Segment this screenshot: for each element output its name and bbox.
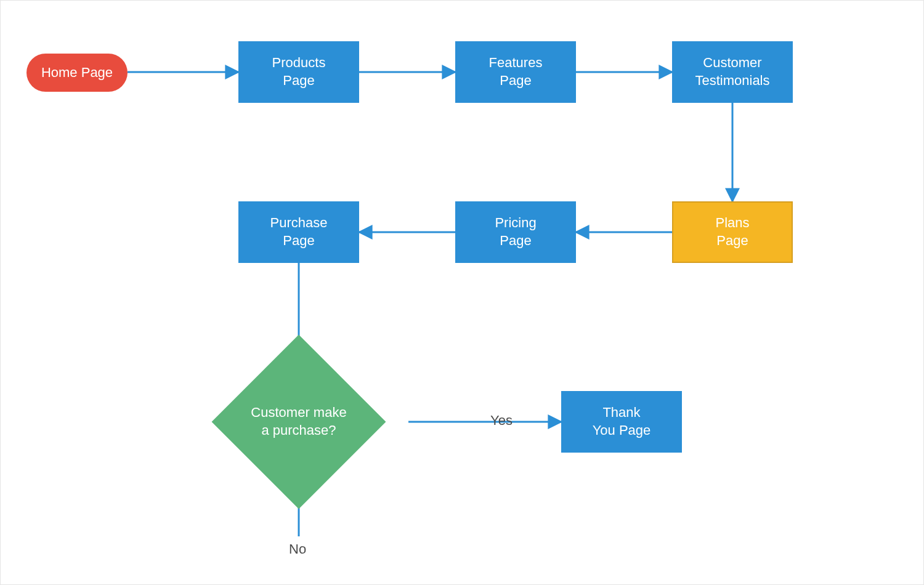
node-customer-testimonials: CustomerTestimonials (672, 41, 793, 103)
node-label: Home Page (41, 64, 113, 82)
node-label: ProductsPage (272, 54, 326, 89)
node-label: PurchasePage (270, 214, 328, 249)
node-thank-you-page: ThankYou Page (561, 391, 682, 453)
node-label: FeaturesPage (489, 54, 543, 89)
node-label: PricingPage (495, 214, 536, 249)
node-label: ThankYou Page (593, 404, 651, 439)
edge-label-yes: Yes (490, 413, 513, 429)
node-pricing-page: PricingPage (455, 201, 576, 263)
node-features-page: FeaturesPage (455, 41, 576, 103)
node-home-page: Home Page (26, 54, 128, 92)
node-decision-purchase: Customer makea purchase? (189, 361, 408, 482)
node-plans-page: PlansPage (672, 201, 793, 263)
node-label: CustomerTestimonials (695, 54, 769, 89)
node-purchase-page: PurchasePage (238, 201, 359, 263)
node-label: PlansPage (715, 214, 749, 249)
flowchart-canvas: Home Page ProductsPage FeaturesPage Cust… (0, 0, 924, 585)
edge-label-no: No (289, 541, 306, 557)
node-label: Customer makea purchase? (189, 361, 408, 482)
node-products-page: ProductsPage (238, 41, 359, 103)
